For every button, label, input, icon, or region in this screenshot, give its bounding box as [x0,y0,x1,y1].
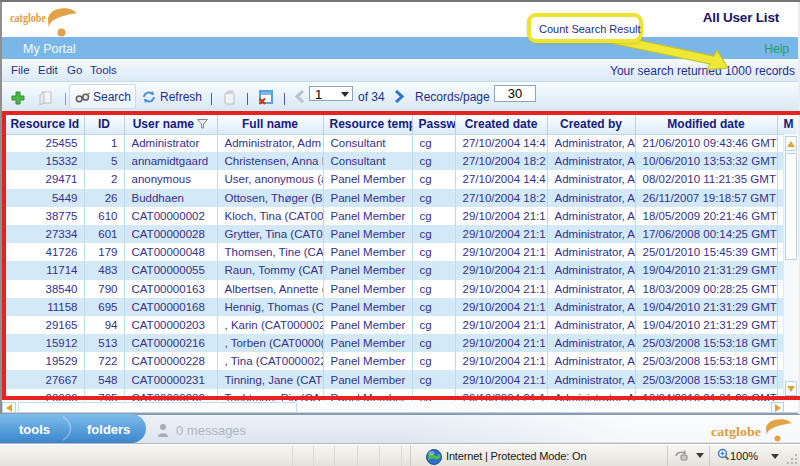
svg-text:catglobe: catglobe [10,11,47,25]
svg-text:catglobe: catglobe [711,424,761,439]
